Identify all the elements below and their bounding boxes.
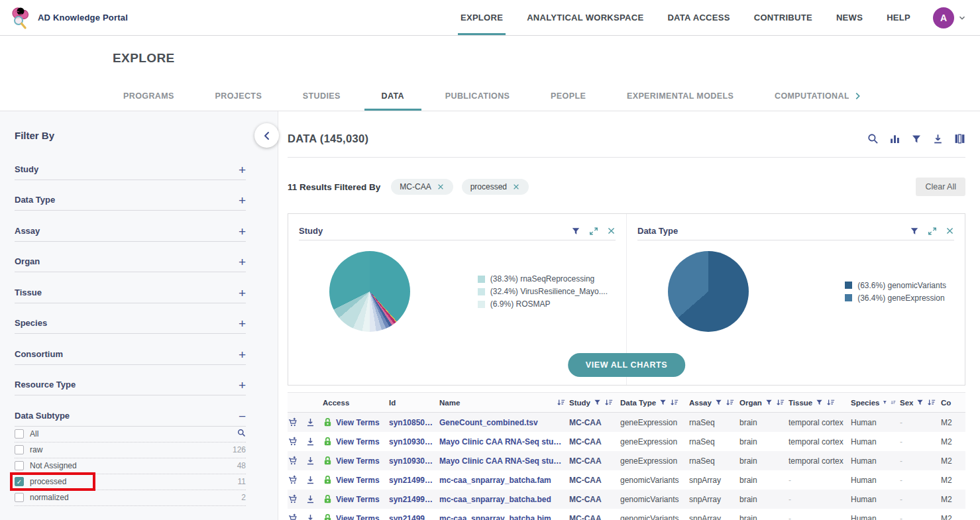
filter-option-processed[interactable]: ✓processed11 [15,474,246,490]
column-header-sex[interactable]: Sex [900,398,941,407]
filter-icon[interactable] [765,399,773,406]
tab-projects[interactable]: PROJECTS [215,81,262,111]
tab-people[interactable]: PEOPLE [551,81,586,111]
column-header-assay[interactable]: Assay [689,398,739,407]
sort-icon[interactable] [670,398,679,407]
column-header-organ[interactable]: Organ [739,398,789,407]
brand[interactable]: AD Knowledge Portal [0,6,219,30]
cell-cart[interactable] [288,456,305,466]
cell-id[interactable]: syn21499295 [389,476,439,485]
bar-chart-icon[interactable] [889,133,900,144]
filter-option-normalized[interactable]: normalized2 [15,490,246,506]
tab-studies[interactable]: STUDIES [303,81,341,111]
cell-access[interactable]: View Terms [323,437,389,446]
tab-publications[interactable]: PUBLICATIONS [445,81,510,111]
column-header-data-type[interactable]: Data Type [620,398,689,407]
filter-icon[interactable] [910,227,919,236]
id-link[interactable]: syn21499295 [389,476,435,485]
top-nav-news[interactable]: NEWS [836,0,863,35]
view-terms-link[interactable]: View Terms [336,437,380,446]
column-header-name[interactable]: Name [439,398,569,407]
tab-computational[interactable]: COMPUTATIONAL [775,81,862,111]
cell-access[interactable]: View Terms [323,494,389,504]
top-nav-help[interactable]: HELP [887,0,910,35]
expand-section-icon[interactable]: + [239,381,246,390]
filter-icon[interactable] [571,227,580,236]
name-link[interactable]: Mayo Clinic CAA RNA-Seq study_... [439,437,565,446]
expand-section-icon[interactable]: + [239,350,246,359]
download-icon[interactable] [305,513,315,520]
filter-section-data-type[interactable]: Data Type+ [15,180,246,211]
filter-option-raw[interactable]: raw126 [15,442,246,458]
study-link[interactable]: MC-CAA [569,418,602,427]
add-to-cart-icon[interactable] [288,513,298,520]
cell-cart[interactable] [288,417,305,427]
close-icon[interactable] [946,227,954,235]
account-menu[interactable]: A [933,7,967,28]
column-header-species[interactable]: Species [851,398,900,407]
sort-icon[interactable] [726,398,734,407]
view-all-charts-button[interactable]: VIEW ALL CHARTS [568,353,686,377]
expand-section-icon[interactable]: + [239,258,246,266]
sort-icon[interactable] [927,398,936,407]
study-link[interactable]: MC-CAA [569,437,602,446]
expand-icon[interactable] [928,227,937,236]
cell-name[interactable]: mc-caa_snparray_batcha.bed [439,495,569,504]
cell-id[interactable]: syn10930306 [389,437,439,446]
download-icon[interactable] [305,437,315,446]
remove-chip-icon[interactable] [437,183,445,191]
data-type-pie-chart[interactable] [668,251,749,332]
filter-chip-mc-caa[interactable]: MC-CAA [391,179,453,195]
cell-download[interactable] [305,475,323,485]
tab-data[interactable]: DATA [382,81,404,111]
study-link[interactable]: MC-CAA [569,456,602,466]
column-header-co[interactable]: Co [941,399,967,407]
collapse-sidebar-button[interactable] [254,123,279,148]
filter-option-all[interactable]: All [15,427,246,442]
tab-experimental-models[interactable]: EXPERIMENTAL MODELS [627,81,734,111]
view-terms-link[interactable]: View Terms [336,418,380,427]
sort-icon[interactable] [776,398,785,407]
cell-cart[interactable] [288,494,305,504]
id-link[interactable]: syn21499310 [389,495,435,504]
cell-cart[interactable] [288,475,305,485]
cell-download[interactable] [305,513,323,520]
id-link[interactable]: syn10930306 [389,437,435,446]
filter-icon[interactable] [659,399,667,406]
cell-id[interactable]: syn21499310 [389,495,439,504]
filter-section-consortium[interactable]: Consortium+ [15,334,246,365]
expand-section-icon[interactable]: + [239,289,246,297]
top-nav-analytical-workspace[interactable]: ANALYTICAL WORKSPACE [527,0,643,35]
sort-icon[interactable] [826,398,835,407]
add-to-cart-icon[interactable] [288,475,298,485]
view-terms-link[interactable]: View Terms [336,456,380,466]
filter-chip-processed[interactable]: processed [462,179,529,195]
study-pie-chart[interactable] [329,251,410,332]
cell-name[interactable]: GeneCount_combined.tsv [439,418,569,427]
cell-name[interactable]: mc-caa_snparray_batcha.fam [439,476,569,485]
id-link[interactable]: syn10850933 [389,418,435,427]
cell-download[interactable] [305,437,323,446]
tab-programs[interactable]: PROGRAMS [123,81,174,111]
chevron-right-icon[interactable] [853,91,862,101]
filter-icon[interactable] [883,399,887,406]
download-icon[interactable] [305,475,315,485]
name-link[interactable]: GeneCount_combined.tsv [439,418,538,427]
option-search[interactable] [237,428,246,440]
study-link[interactable]: MC-CAA [569,495,602,504]
chevron-down-icon[interactable] [957,13,967,23]
id-link[interactable]: syn10930307 [389,456,435,466]
view-terms-link[interactable]: View Terms [336,514,380,520]
filter-section-organ[interactable]: Organ+ [15,242,246,273]
expand-section-icon[interactable]: + [239,319,246,328]
name-link[interactable]: Mayo Clinic CAA RNA-Seq study_... [439,456,565,466]
cell-id[interactable]: syn10930307 [389,456,439,466]
cell-access[interactable]: View Terms [323,513,389,520]
filter-icon[interactable] [715,399,722,406]
sort-icon[interactable] [604,398,613,407]
download-icon[interactable] [305,417,315,427]
filter-section-assay[interactable]: Assay+ [15,211,246,242]
checkbox-not-assigned[interactable] [15,461,24,470]
add-to-cart-icon[interactable] [288,494,298,504]
cell-download[interactable] [305,494,323,504]
